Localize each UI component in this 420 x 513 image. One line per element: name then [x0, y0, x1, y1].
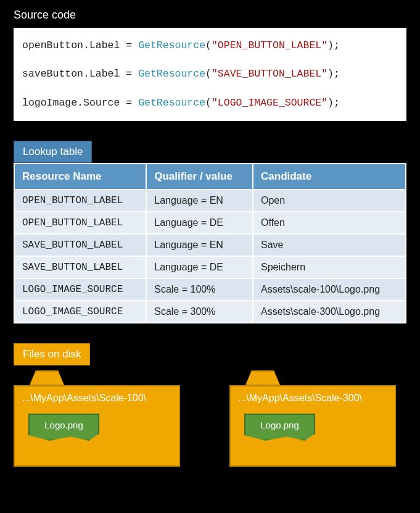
table-row: OPEN_BUTTON_LABEL Language = DE Offen: [14, 212, 406, 234]
lookup-table-badge: Lookup table: [14, 141, 92, 163]
cell-qualifier: Language = DE: [146, 256, 253, 278]
table-row: OPEN_BUTTON_LABEL Language = EN Open: [14, 190, 406, 212]
cell-candidate: Save: [253, 234, 406, 256]
table-row: SAVE_BUTTON_LABEL Language = DE Speicher…: [14, 256, 406, 278]
code-arg: "LOGO_IMAGE_SOURCE": [212, 97, 327, 109]
file-icon: Logo.png: [244, 414, 315, 441]
code-fn: GetResource: [138, 97, 205, 109]
code-lhs: openButton.Label =: [22, 40, 138, 51]
cell-candidate: Open: [253, 190, 406, 212]
cell-qualifier: Language = EN: [146, 190, 253, 212]
folder-path: ...\MyApp\Assets\Scale-100\: [22, 393, 171, 404]
cell-candidate: Assets\scale-100\Logo.png: [253, 278, 406, 301]
cell-resource-name: SAVE_BUTTON_LABEL: [14, 256, 146, 278]
cell-candidate: Assets\scale-300\Logo.png: [253, 301, 406, 323]
code-fn: GetResource: [138, 68, 205, 80]
folder-tab-icon: [30, 370, 64, 385]
folder-icon: ...\MyApp\Assets\Scale-100\ Logo.png: [14, 370, 180, 467]
folder-path: ...\MyApp\Assets\Scale-300\: [238, 393, 387, 404]
col-candidate: Candidate: [253, 164, 406, 190]
code-arg: "OPEN_BUTTON_LABEL": [212, 40, 327, 51]
code-lhs: logoImage.Source =: [22, 97, 138, 109]
files-on-disk-badge: Files on disk: [14, 343, 90, 365]
cell-resource-name: LOGO_IMAGE_SOURCE: [14, 301, 146, 323]
code-fn: GetResource: [138, 40, 205, 51]
file-name: Logo.png: [260, 420, 299, 430]
cell-candidate: Offen: [253, 212, 406, 234]
code-line: logoImage.Source = GetResource("LOGO_IMA…: [22, 96, 398, 110]
cell-resource-name: SAVE_BUTTON_LABEL: [14, 234, 146, 256]
table-row: SAVE_BUTTON_LABEL Language = EN Save: [14, 234, 406, 256]
code-line: openButton.Label = GetResource("OPEN_BUT…: [22, 39, 398, 52]
code-lhs: saveButton.Label =: [22, 68, 138, 80]
code-arg: "SAVE_BUTTON_LABEL": [212, 68, 327, 80]
cell-candidate: Speichern: [253, 256, 406, 278]
cell-resource-name: LOGO_IMAGE_SOURCE: [14, 278, 146, 301]
code-line: saveButton.Label = GetResource("SAVE_BUT…: [22, 67, 398, 81]
cell-qualifier: Scale = 300%: [146, 301, 253, 323]
folder-icon: ...\MyApp\Assets\Scale-300\ Logo.png: [229, 370, 396, 467]
cell-resource-name: OPEN_BUTTON_LABEL: [14, 190, 146, 212]
file-name: Logo.png: [44, 420, 83, 430]
source-code-block: openButton.Label = GetResource("OPEN_BUT…: [14, 28, 406, 121]
cell-qualifier: Scale = 100%: [146, 278, 253, 301]
file-icon: Logo.png: [28, 414, 99, 441]
col-resource-name: Resource Name: [14, 164, 146, 190]
cell-qualifier: Language = EN: [146, 234, 253, 256]
folder-tab-icon: [245, 370, 280, 385]
col-qualifier: Qualifier / value: [146, 164, 253, 190]
lookup-table: Resource Name Qualifier / value Candidat…: [14, 163, 406, 323]
table-row: LOGO_IMAGE_SOURCE Scale = 100% Assets\sc…: [14, 278, 406, 301]
cell-qualifier: Language = DE: [146, 212, 253, 234]
source-code-title: Source code: [14, 9, 420, 22]
table-row: LOGO_IMAGE_SOURCE Scale = 300% Assets\sc…: [14, 301, 406, 323]
cell-resource-name: OPEN_BUTTON_LABEL: [14, 212, 146, 234]
